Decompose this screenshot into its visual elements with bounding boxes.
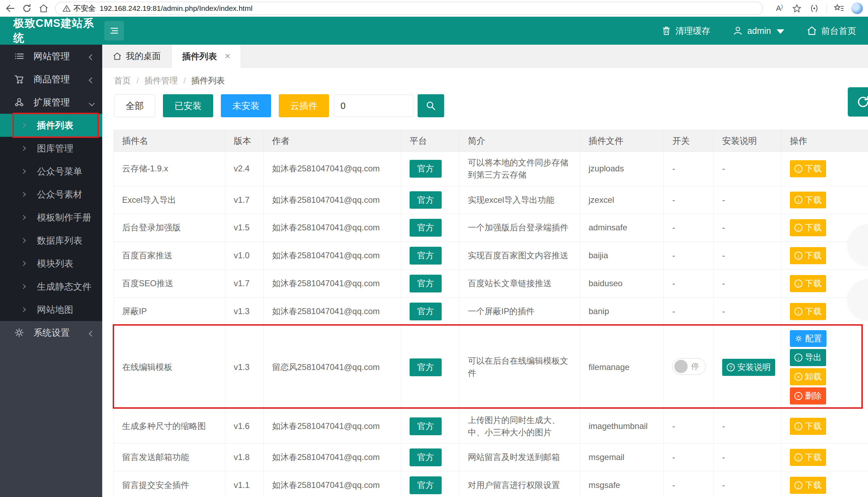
action-button-删除[interactable]: ×删除 xyxy=(790,387,826,405)
reload-icon[interactable] xyxy=(22,3,32,14)
sidebar-subitem-公众号菜单[interactable]: 公众号菜单 xyxy=(0,160,102,183)
gear-small-icon xyxy=(794,334,803,343)
cell-author: 如沐春2581047041@qq.com xyxy=(264,297,401,325)
home-icon[interactable] xyxy=(38,3,49,14)
cell-version: v1.6 xyxy=(225,409,264,444)
security-warning[interactable]: 不安全 xyxy=(62,3,96,13)
action-button-下载[interactable]: ↓下载 xyxy=(790,418,826,435)
menu-list-icon xyxy=(108,25,120,37)
sidebar-item-2[interactable]: 扩展管理 xyxy=(0,91,102,114)
cell-install-doc: - xyxy=(714,214,781,242)
cell-switch: - xyxy=(664,444,714,472)
sidebar-item-3[interactable]: 系统设置 xyxy=(0,321,102,344)
extension-icon[interactable] xyxy=(809,3,820,14)
url-text[interactable]: 192.168.242.19:81/admin.php/Index/index.… xyxy=(100,4,253,13)
sidebar-subitem-网站地图[interactable]: 网站地图 xyxy=(0,298,102,321)
table-row: 留言提交安全插件v1.1如沐春2581047041@qq.com官方对用户留言进… xyxy=(114,472,868,497)
cell-plugin-name: 后台登录加强版 xyxy=(114,214,225,242)
refresh-button[interactable] xyxy=(848,87,868,117)
action-button-下载[interactable]: ↓下载 xyxy=(790,303,826,320)
action-button-卸载[interactable]: ×卸载 xyxy=(790,368,826,385)
cell-install-doc: ?安装说明 xyxy=(714,325,781,409)
close-icon[interactable]: × xyxy=(225,51,230,62)
tab-my-desktop[interactable]: 我的桌面 xyxy=(102,45,171,67)
action-label: 下载 xyxy=(805,420,822,432)
column-header-安装说明: 安装说明 xyxy=(714,130,781,152)
filter-not-installed-button[interactable]: 未安装 xyxy=(221,94,271,117)
circle-down-icon: ↓ xyxy=(794,224,802,232)
install-doc-button[interactable]: ?安装说明 xyxy=(722,359,775,376)
sidebar-subitem-label: 模板制作手册 xyxy=(37,212,91,224)
filter-installed-button[interactable]: 已安装 xyxy=(163,94,213,117)
table-row: 百度百家推送v1.0如沐春2581047041@qq.com官方实现百度百家图文… xyxy=(114,242,868,270)
cell-version: v1.8 xyxy=(225,444,264,472)
sidebar-toggle-button[interactable] xyxy=(104,21,124,40)
cell-description: 网站留言及时发送到邮箱 xyxy=(459,444,580,472)
sidebar-subitem-label: 网站地图 xyxy=(37,304,73,316)
switch-toggle-off[interactable]: 停 xyxy=(672,358,706,375)
action-button-下载[interactable]: ↓下载 xyxy=(790,160,826,177)
clear-cache-button[interactable]: 清理缓存 xyxy=(661,25,710,37)
chevron-right-icon xyxy=(21,307,26,312)
cell-description: 百度站长文章链接推送 xyxy=(459,269,580,297)
breadcrumb-home[interactable]: 首页 xyxy=(114,75,131,86)
favorite-star-icon[interactable] xyxy=(792,3,802,14)
favorites-list-icon[interactable] xyxy=(834,3,844,14)
tab-bar: 我的桌面 插件列表 × xyxy=(102,45,868,68)
platform-badge: 官方 xyxy=(410,191,442,209)
action-button-下载[interactable]: ↓下载 xyxy=(790,247,826,264)
action-button-导出[interactable]: ↓导出 xyxy=(790,349,826,366)
action-button-下载[interactable]: ↓下载 xyxy=(790,477,826,494)
chevron-right-icon xyxy=(21,146,26,151)
cell-install-doc: - xyxy=(714,297,781,325)
action-button-下载[interactable]: ↓下载 xyxy=(790,275,826,292)
cell-plugin-file: filemanage xyxy=(580,325,664,409)
read-aloud-icon[interactable]: A) xyxy=(774,3,785,14)
action-button-配置[interactable]: 配置 xyxy=(790,330,826,347)
sidebar-subitem-公众号素材[interactable]: 公众号素材 xyxy=(0,183,102,206)
cell-switch: - xyxy=(664,269,714,297)
user-menu[interactable]: admin xyxy=(733,25,784,36)
action-button-下载[interactable]: ↓下载 xyxy=(790,449,826,466)
front-home-button[interactable]: 前台首页 xyxy=(807,25,856,37)
sidebar-subitem-插件列表[interactable]: 插件列表 xyxy=(0,114,102,137)
sidebar-item-0[interactable]: 网站管理 xyxy=(0,45,102,68)
platform-badge: 官方 xyxy=(410,160,442,178)
sidebar-subitem-图库管理[interactable]: 图库管理 xyxy=(0,137,102,160)
filter-all-button[interactable]: 全部 xyxy=(114,94,155,117)
action-button-下载[interactable]: ↓下载 xyxy=(790,219,826,236)
search-button[interactable] xyxy=(418,94,444,117)
platform-badge: 官方 xyxy=(410,219,442,237)
search-input[interactable] xyxy=(334,95,413,117)
cell-plugin-name: 百度百家推送 xyxy=(114,242,225,270)
circle-x-icon: × xyxy=(794,392,802,400)
chevron-right-icon xyxy=(21,123,26,128)
filter-cloud-button[interactable]: 云插件 xyxy=(279,94,329,117)
sidebar-subitem-模板制作手册[interactable]: 模板制作手册 xyxy=(0,206,102,229)
cell-author: 如沐春2581047041@qq.com xyxy=(264,444,401,472)
sidebar-item-1[interactable]: 商品管理 xyxy=(0,68,102,91)
sidebar-subitem-数据库列表[interactable]: 数据库列表 xyxy=(0,229,102,252)
cell-plugin-name: 云存储-1.9.x xyxy=(114,152,225,186)
sidebar-subitem-label: 生成静态文件 xyxy=(37,281,91,293)
cell-plugin-file: imagethumbnail xyxy=(580,409,664,444)
column-header-开关: 开关 xyxy=(664,130,714,152)
profile-avatar[interactable] xyxy=(851,2,863,14)
action-label: 下载 xyxy=(805,194,822,206)
circle-down-icon: ↓ xyxy=(794,165,802,173)
cell-plugin-file: baijia xyxy=(580,242,664,270)
cell-switch: - xyxy=(664,409,714,444)
breadcrumb-plugin-manage[interactable]: 插件管理 xyxy=(144,75,178,86)
tab-plugin-list[interactable]: 插件列表 × xyxy=(171,45,241,68)
back-icon[interactable] xyxy=(5,3,15,14)
sidebar-subitem-生成静态文件[interactable]: 生成静态文件 xyxy=(0,275,102,298)
address-bar[interactable]: 不安全 192.168.242.19:81/admin.php/Index/in… xyxy=(55,2,763,15)
cell-install-doc: - xyxy=(714,186,781,214)
user-icon xyxy=(733,25,743,36)
circle-down-icon: ↓ xyxy=(794,196,802,204)
cell-version: v1.3 xyxy=(225,325,264,409)
sidebar-subitem-模块列表[interactable]: 模块列表 xyxy=(0,252,102,275)
menu-list-icon xyxy=(14,51,24,61)
cell-actions: ↓下载 xyxy=(781,409,868,444)
action-button-下载[interactable]: ↓下载 xyxy=(790,192,826,209)
